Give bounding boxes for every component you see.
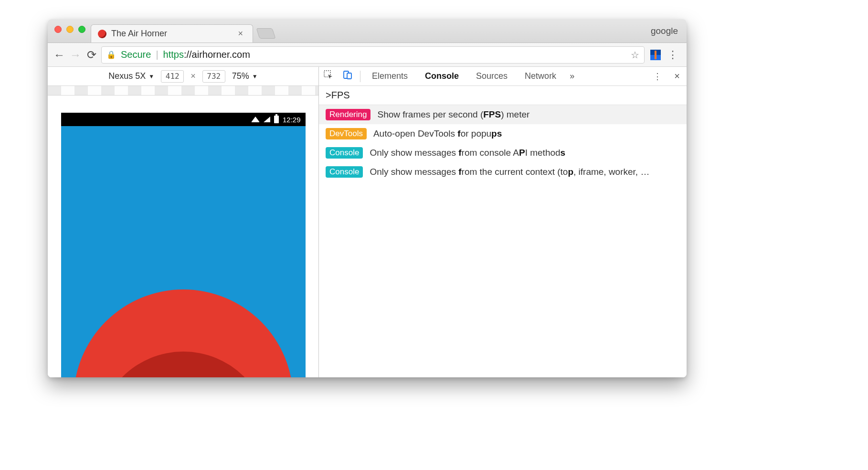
title-bar: The Air Horner × google	[48, 19, 687, 43]
chrome-menu-icon[interactable]: ⋮	[664, 49, 682, 61]
devtools-close-icon[interactable]: ×	[667, 71, 687, 82]
dropdown-icon: ▼	[252, 73, 258, 80]
close-window-button[interactable]	[54, 26, 62, 33]
browser-tab[interactable]: The Air Horner ×	[91, 24, 253, 43]
lock-icon: 🔒	[106, 50, 116, 59]
tab-network[interactable]: Network	[516, 67, 565, 85]
device-toolbar: Nexus 5X ▼ 412 × 732 75% ▼	[48, 67, 318, 86]
battery-icon	[274, 116, 279, 123]
profile-label[interactable]: google	[651, 26, 678, 36]
tab-sources[interactable]: Sources	[467, 67, 516, 85]
separator: |	[156, 49, 158, 60]
devtools-pane: Elements Console Sources Network » ⋮ × >…	[319, 67, 687, 377]
lighthouse-extension-icon[interactable]	[650, 50, 661, 60]
url-protocol: https	[163, 49, 184, 60]
workspace: Nexus 5X ▼ 412 × 732 75% ▼	[48, 67, 687, 377]
command-menu-results: RenderingShow frames per second (FPS) me…	[319, 105, 687, 182]
window-controls	[54, 26, 85, 33]
devtools-tab-bar: Elements Console Sources Network » ⋮ ×	[319, 67, 687, 86]
tab-overflow-icon[interactable]: »	[565, 71, 579, 81]
forward-button[interactable]: →	[69, 48, 82, 62]
reload-button[interactable]: ⟳	[85, 48, 98, 62]
dropdown-icon: ▼	[148, 73, 154, 80]
wifi-icon	[251, 117, 260, 122]
command-category-badge: Rendering	[326, 109, 370, 120]
device-viewport: 12:29	[48, 96, 318, 377]
command-menu-input[interactable]: >FPS	[319, 86, 687, 105]
command-menu-text: >FPS	[326, 90, 350, 101]
command-label: Show frames per second (FPS) meter	[377, 109, 529, 120]
back-button[interactable]: ←	[53, 48, 66, 62]
devtools-menu-icon[interactable]: ⋮	[647, 71, 667, 82]
command-label: Auto-open DevTools for popups	[373, 128, 502, 139]
command-label: Only show messages from console API meth…	[370, 148, 565, 158]
command-category-badge: DevTools	[326, 128, 367, 139]
divider	[360, 71, 360, 82]
viewport-width-input[interactable]: 412	[161, 70, 184, 83]
tab-elements[interactable]: Elements	[363, 67, 416, 85]
signal-icon	[264, 117, 270, 122]
inspect-element-icon[interactable]	[319, 70, 338, 82]
zoom-select[interactable]: 75% ▼	[232, 71, 258, 81]
favicon-icon	[98, 30, 106, 38]
device-screen[interactable]: 12:29	[61, 113, 306, 377]
tab-console[interactable]: Console	[416, 67, 467, 85]
android-status-bar: 12:29	[61, 113, 306, 126]
zoom-window-button[interactable]	[78, 26, 85, 33]
command-category-badge: Console	[326, 147, 363, 159]
secure-label: Secure	[121, 49, 151, 60]
command-menu-item[interactable]: ConsoleOnly show messages from console A…	[319, 143, 687, 162]
url-host: ://airhorner.com	[184, 49, 250, 60]
toggle-device-toolbar-icon[interactable]	[338, 70, 357, 82]
command-menu-item[interactable]: RenderingShow frames per second (FPS) me…	[319, 105, 687, 124]
browser-window: The Air Horner × google ← → ⟳ 🔒 Secure |…	[48, 19, 687, 377]
status-clock: 12:29	[283, 116, 301, 124]
command-category-badge: Console	[326, 166, 363, 178]
device-select[interactable]: Nexus 5X ▼	[108, 71, 154, 81]
new-tab-button[interactable]	[256, 28, 275, 39]
dimension-x: ×	[191, 71, 196, 81]
tab-close-icon[interactable]: ×	[235, 29, 246, 39]
command-label: Only show messages from the current cont…	[370, 167, 649, 177]
breakpoint-ruler[interactable]	[48, 86, 318, 96]
viewport-height-input[interactable]: 732	[202, 70, 225, 83]
svg-rect-2	[347, 73, 351, 79]
zoom-value: 75%	[232, 71, 249, 81]
device-name: Nexus 5X	[108, 71, 146, 81]
device-pane: Nexus 5X ▼ 412 × 732 75% ▼	[48, 67, 319, 377]
nav-toolbar: ← → ⟳ 🔒 Secure | https://airhorner.com ☆…	[48, 43, 687, 67]
url-text: https://airhorner.com	[163, 49, 250, 60]
tab-title: The Air Horner	[111, 29, 230, 39]
bookmark-star-icon[interactable]: ☆	[631, 49, 639, 61]
command-menu-item[interactable]: DevToolsAuto-open DevTools for popups	[319, 124, 687, 143]
minimize-window-button[interactable]	[66, 26, 74, 33]
command-menu-item[interactable]: ConsoleOnly show messages from the curre…	[319, 162, 687, 182]
address-bar[interactable]: 🔒 Secure | https://airhorner.com ☆	[101, 46, 645, 64]
